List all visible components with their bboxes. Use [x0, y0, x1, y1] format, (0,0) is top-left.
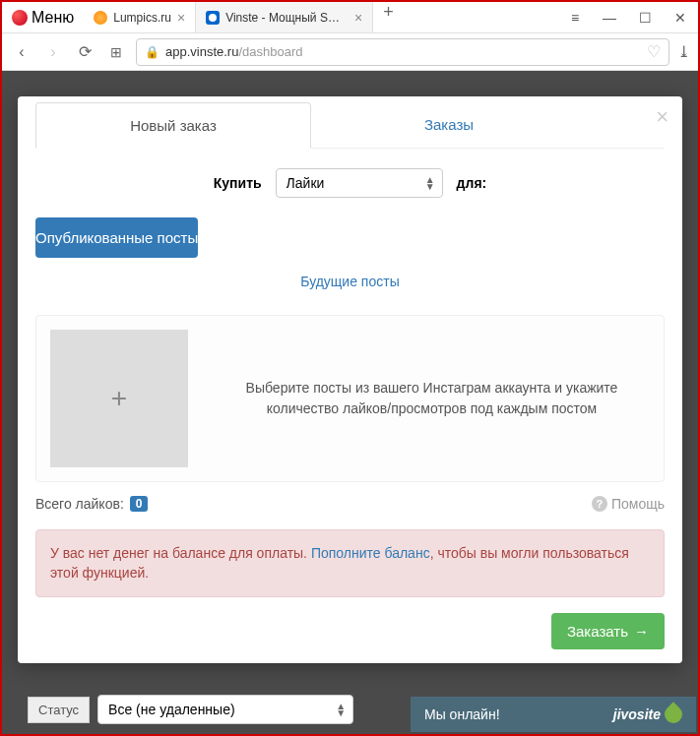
- likes-summary-row: Всего лайков: 0 ? Помощь: [35, 496, 665, 512]
- tab-orders[interactable]: Заказы: [311, 102, 587, 148]
- buy-label: Купить: [214, 175, 262, 191]
- topup-balance-link[interactable]: Пополните баланс: [311, 545, 430, 561]
- status-label: Статус: [28, 697, 90, 723]
- arrow-right-icon: →: [634, 623, 649, 640]
- tab-title: Vinste - Мощный SMM-с: [225, 11, 349, 25]
- bookmark-heart-icon[interactable]: ♡: [647, 42, 661, 61]
- speed-dial-button[interactable]: ⊞: [104, 40, 128, 64]
- tab-favicon-icon: [94, 11, 107, 25]
- plus-icon: +: [111, 383, 127, 414]
- reload-button[interactable]: ⟳: [73, 40, 96, 64]
- modal-tabs: Новый заказ Заказы: [35, 96, 665, 149]
- tab-new-order[interactable]: Новый заказ: [35, 102, 311, 149]
- jivosite-widget[interactable]: Мы онлайн! jivosite: [411, 697, 696, 732]
- tab-title: Lumpics.ru: [113, 11, 171, 25]
- jivo-status-text: Мы онлайн!: [424, 706, 500, 722]
- tab-lumpics[interactable]: Lumpics.ru ×: [84, 2, 196, 32]
- likes-count-badge: 0: [130, 496, 149, 512]
- tab-favicon-icon: [206, 11, 220, 25]
- leaf-icon: [661, 702, 685, 726]
- address-bar[interactable]: 🔒 app.vinste.ru/dashboard ♡: [136, 38, 669, 66]
- maximize-button[interactable]: ☐: [627, 2, 663, 33]
- posts-description: Выберите посты из вашего Инстаграм аккау…: [214, 378, 650, 419]
- minimize-button[interactable]: —: [592, 2, 627, 33]
- alert-text-before: У вас нет денег на балансе для оплаты.: [50, 545, 311, 561]
- window-control-button[interactable]: ≡: [556, 2, 592, 33]
- order-submit-button[interactable]: Заказать →: [551, 613, 665, 649]
- buy-row: Купить Лайки ▲▼ для:: [18, 149, 682, 217]
- back-button[interactable]: ‹: [10, 40, 33, 64]
- downloads-button[interactable]: ⤓: [677, 42, 690, 61]
- tab-vinste[interactable]: Vinste - Мощный SMM-с ×: [196, 2, 373, 32]
- buy-type-select[interactable]: Лайки: [276, 168, 443, 198]
- window-controls: ≡ — ☐ ✕: [556, 2, 698, 33]
- jivo-brand-text: jivosite: [613, 706, 661, 722]
- close-tab-button[interactable]: ×: [177, 10, 185, 26]
- future-posts-link[interactable]: Будущие посты: [18, 258, 682, 305]
- forward-button[interactable]: ›: [41, 40, 65, 64]
- status-select[interactable]: Все (не удаленные): [97, 695, 353, 724]
- for-label: для:: [457, 175, 487, 191]
- add-post-placeholder[interactable]: +: [50, 330, 188, 467]
- close-tab-button[interactable]: ×: [354, 10, 362, 26]
- menu-label: Меню: [32, 9, 74, 27]
- lock-icon: 🔒: [145, 45, 159, 59]
- modal-close-button[interactable]: ×: [656, 104, 668, 130]
- help-icon: ?: [592, 496, 607, 512]
- no-balance-alert: У вас нет денег на балансе для оплаты. П…: [35, 529, 665, 597]
- jivo-brand: jivosite: [613, 705, 682, 723]
- order-modal: × Новый заказ Заказы Купить Лайки ▲▼ для…: [18, 96, 682, 663]
- tab-strip: Lumpics.ru × Vinste - Мощный SMM-с × +: [84, 2, 556, 32]
- opera-menu-button[interactable]: Меню: [2, 2, 84, 32]
- new-tab-button[interactable]: +: [373, 2, 404, 32]
- help-link[interactable]: ? Помощь: [592, 496, 665, 512]
- likes-total-label: Всего лайков:: [35, 496, 124, 512]
- published-posts-button[interactable]: Опубликованные посты: [35, 217, 198, 258]
- close-window-button[interactable]: ✕: [663, 2, 698, 33]
- help-label: Помощь: [611, 496, 665, 512]
- order-btn-label: Заказать: [567, 623, 628, 640]
- address-text: app.vinste.ru/dashboard: [165, 44, 641, 59]
- posts-panel: + Выберите посты из вашего Инстаграм акк…: [35, 315, 665, 482]
- opera-logo-icon: [12, 10, 28, 26]
